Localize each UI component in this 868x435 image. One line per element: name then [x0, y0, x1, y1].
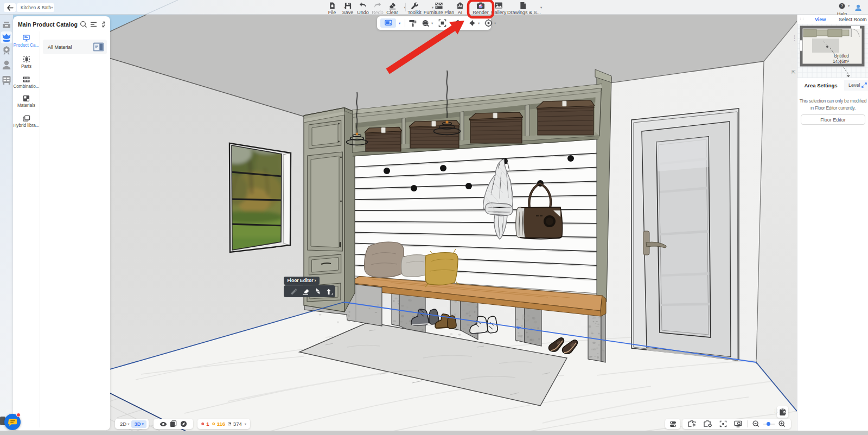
svg-text:14,46m²: 14,46m² — [833, 59, 849, 64]
svg-text:Untitled: Untitled — [834, 54, 849, 59]
svg-text:?: ? — [841, 3, 843, 8]
